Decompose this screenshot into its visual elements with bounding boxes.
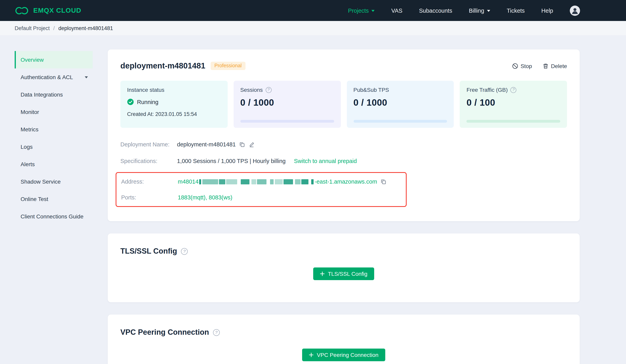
sidebar-item-overview[interactable]: Overview <box>15 51 93 69</box>
nav-projects[interactable]: Projects <box>348 7 375 14</box>
sidebar-item-label: Authentication & ACL <box>21 74 73 80</box>
main-content: deployment-m4801481 Professional Stop <box>108 49 580 364</box>
nav-billing-label: Billing <box>469 7 484 14</box>
deployment-name-label: Deployment Name: <box>120 141 177 147</box>
plan-badge: Professional <box>210 62 246 70</box>
free-traffic-label-row: Free Traffic (GB) <box>467 87 560 93</box>
stop-icon <box>512 63 518 69</box>
free-traffic-progress-bar <box>467 120 560 123</box>
breadcrumb: Default Project / deployment-m4801481 <box>0 21 626 35</box>
nav-projects-label: Projects <box>348 7 369 14</box>
address-label: Address: <box>121 179 178 185</box>
chevron-down-icon <box>372 10 375 12</box>
top-nav: EMQX CLOUD Projects VAS Subaccounts Bill… <box>0 0 626 21</box>
copy-icon <box>239 142 245 147</box>
switch-annual-prepaid-link[interactable]: Switch to annual prepaid <box>294 158 357 164</box>
ports-label: Ports: <box>121 194 178 201</box>
pencil-icon <box>249 142 255 147</box>
sidebar-item-label: Data Integrations <box>21 91 63 98</box>
address-prefix: m48014 <box>178 179 198 185</box>
sidebar: Overview Authentication & ACL Data Integ… <box>15 51 93 225</box>
vpc-title: VPC Peering Connection <box>120 328 209 337</box>
sessions-progress-bar <box>240 120 334 123</box>
chevron-down-icon <box>487 10 490 12</box>
sidebar-item-shadow-service[interactable]: Shadow Service <box>15 173 93 190</box>
nav-tickets-label: Tickets <box>507 7 525 14</box>
nav-tickets[interactable]: Tickets <box>507 7 525 14</box>
add-tls-ssl-config-button[interactable]: TLS/SSL Config <box>313 267 374 280</box>
free-traffic-label: Free Traffic (GB) <box>467 87 508 93</box>
help-icon[interactable] <box>181 248 188 255</box>
specifications-row: Specifications: 1,000 Sessions / 1,000 T… <box>120 155 567 167</box>
delete-button[interactable]: Delete <box>542 63 567 69</box>
nav-billing[interactable]: Billing <box>469 7 490 14</box>
sidebar-item-label: Monitor <box>21 109 39 115</box>
instance-status-value: Running <box>127 99 221 105</box>
sessions-card: Sessions 0 / 1000 <box>234 81 341 128</box>
sidebar-item-label: Metrics <box>21 126 39 133</box>
nav-menu: Projects VAS Subaccounts Billing Tickets… <box>348 5 580 16</box>
help-icon[interactable] <box>266 87 272 93</box>
plus-icon <box>320 271 325 276</box>
free-traffic-card: Free Traffic (GB) 0 / 100 <box>460 81 567 128</box>
plus-icon <box>309 353 313 357</box>
sidebar-item-client-connections-guide[interactable]: Client Connections Guide <box>15 208 93 225</box>
address-value: m48014-east-1.amazonaws.com <box>178 179 387 185</box>
stop-button[interactable]: Stop <box>512 63 532 69</box>
deployment-title: deployment-m4801481 <box>120 61 205 71</box>
sidebar-item-label: Overview <box>21 57 44 63</box>
deployment-card: deployment-m4801481 Professional Stop <box>108 49 580 221</box>
instance-status-label: Instance status <box>127 87 221 93</box>
sidebar-item-monitor[interactable]: Monitor <box>15 103 93 121</box>
user-avatar[interactable] <box>570 5 580 16</box>
add-vpc-peering-connection-button[interactable]: VPC Peering Connection <box>302 349 385 361</box>
sidebar-item-label: Client Connections Guide <box>21 213 83 219</box>
sidebar-item-metrics[interactable]: Metrics <box>15 121 93 138</box>
tls-ssl-card: TLS/SSL Config TLS/SSL Config <box>108 233 580 302</box>
deployment-info: Deployment Name: deployment-m4801481 <box>120 139 567 207</box>
ports-row: Ports: 1883(mqtt), 8083(ws) <box>121 193 401 202</box>
address-row: Address: m48014-east-1.amazonaws.com <box>121 177 401 186</box>
brand-name: EMQX CLOUD <box>33 6 81 14</box>
breadcrumb-project[interactable]: Default Project <box>15 25 50 31</box>
check-circle-icon <box>127 99 134 105</box>
tls-title: TLS/SSL Config <box>120 247 177 255</box>
sessions-value: 0 / 1000 <box>240 97 334 108</box>
copy-address-button[interactable] <box>381 179 387 184</box>
address-suffix: -east-1.amazonaws.com <box>314 179 377 185</box>
help-icon[interactable] <box>213 329 220 336</box>
nav-vas[interactable]: VAS <box>391 7 402 14</box>
vpc-peering-card: VPC Peering Connection VPC Peering Conne… <box>108 315 580 364</box>
instance-status-card: Instance status Running Created At: 2023… <box>120 81 228 128</box>
breadcrumb-current: deployment-m4801481 <box>58 25 113 31</box>
tls-action-area: TLS/SSL Config <box>120 267 567 280</box>
sidebar-item-authentication-acl[interactable]: Authentication & ACL <box>15 69 93 86</box>
sidebar-item-data-integrations[interactable]: Data Integrations <box>15 86 93 103</box>
created-at: Created At: 2023.01.05 15:54 <box>127 111 221 117</box>
brand[interactable]: EMQX CLOUD <box>15 6 81 15</box>
sidebar-item-alerts[interactable]: Alerts <box>15 155 93 173</box>
copy-button[interactable] <box>239 142 245 147</box>
sidebar-item-online-test[interactable]: Online Test <box>15 190 93 208</box>
person-icon <box>570 5 580 16</box>
ports-value: 1883(mqtt), 8083(ws) <box>178 194 233 201</box>
status-badge: Running <box>137 99 158 105</box>
deployment-header: deployment-m4801481 Professional Stop <box>120 61 567 71</box>
emqx-logo-icon <box>15 6 29 15</box>
vpc-action-area: VPC Peering Connection <box>120 349 567 361</box>
deployment-name-row: Deployment Name: deployment-m4801481 <box>120 139 567 150</box>
sidebar-item-label: Online Test <box>21 196 48 202</box>
help-icon[interactable] <box>510 87 516 93</box>
edit-button[interactable] <box>249 142 255 147</box>
trash-icon <box>542 63 548 69</box>
pubsub-tps-progress-bar <box>353 120 447 123</box>
vpc-title-row: VPC Peering Connection <box>120 328 567 337</box>
specifications-text: 1,000 Sessions / 1,000 TPS | Hourly bill… <box>177 158 286 164</box>
sessions-label-row: Sessions <box>240 87 334 93</box>
nav-subaccounts[interactable]: Subaccounts <box>419 7 452 14</box>
sessions-label: Sessions <box>240 87 263 93</box>
add-tls-ssl-config-label: TLS/SSL Config <box>328 271 367 277</box>
specifications-label: Specifications: <box>120 158 177 164</box>
nav-help[interactable]: Help <box>541 7 553 14</box>
sidebar-item-logs[interactable]: Logs <box>15 138 93 155</box>
